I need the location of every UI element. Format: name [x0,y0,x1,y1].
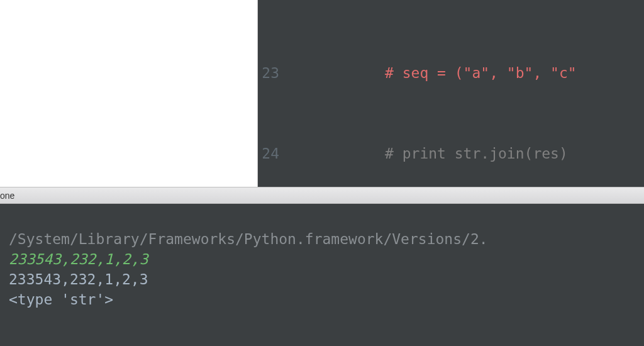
code-comment: # seq = ("a", "b", "c" [385,65,577,81]
console-stdout: <type 'str'> [9,291,113,308]
code-comment: # print str.join(res) [385,145,568,162]
code-line[interactable]: 23 # seq = ("a", "b", "c" [258,63,644,83]
run-console[interactable]: /System/Library/Frameworks/Python.framew… [0,204,644,346]
project-panel[interactable] [0,0,258,187]
line-number: 23 [258,63,297,83]
code-editor[interactable]: 23 # seq = ("a", "b", "c" 24 # print str… [258,0,644,187]
code-line[interactable]: 24 # print str.join(res) [258,143,644,164]
console-path: /System/Library/Frameworks/Python.framew… [9,231,488,247]
line-number: 24 [258,143,297,164]
console-stdin[interactable]: 233543,232,1,2,3 [9,251,148,267]
console-stdout: 233543,232,1,2,3 [9,271,148,287]
run-tab-label[interactable]: one [0,191,14,201]
